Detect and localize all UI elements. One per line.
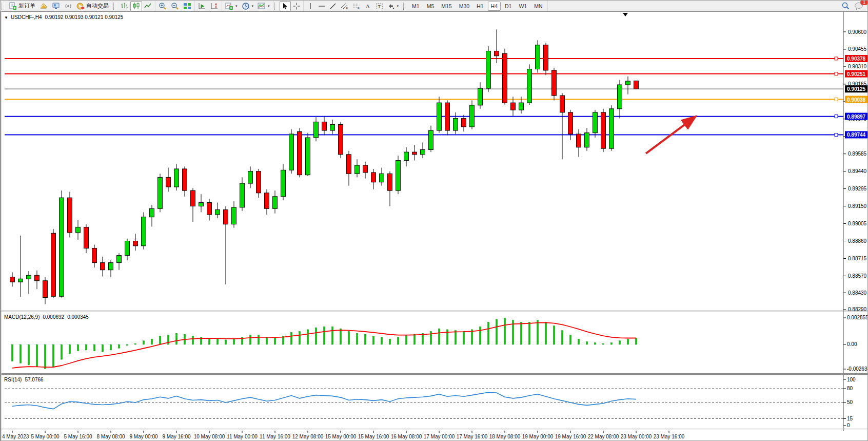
toolbar-drag-handle[interactable] bbox=[403, 3, 406, 10]
svg-text:9 May 00:00: 9 May 00:00 bbox=[129, 434, 157, 439]
timeframe-M5[interactable]: M5 bbox=[424, 2, 438, 11]
chat-button[interactable]: 1 bbox=[852, 1, 865, 11]
toolbar-group-objects: E F A T ▾ bbox=[304, 1, 403, 11]
new-order-button[interactable]: 新订单 bbox=[7, 1, 37, 11]
svg-text:17 May 16:00: 17 May 16:00 bbox=[457, 434, 488, 439]
autotrading-button[interactable]: 自动交易 bbox=[74, 1, 111, 11]
zoom-in-button[interactable] bbox=[156, 1, 169, 11]
gold-chart-icon bbox=[40, 2, 48, 10]
zoom-out-button[interactable] bbox=[169, 1, 181, 11]
fibonacci-button[interactable]: F bbox=[350, 1, 362, 11]
svg-text:16 May 08:00: 16 May 08:00 bbox=[391, 434, 422, 439]
timeframe-M30[interactable]: M30 bbox=[456, 2, 472, 11]
toolbar-drag-handle[interactable] bbox=[2, 3, 5, 10]
svg-text:15 May 00:00: 15 May 00:00 bbox=[325, 434, 357, 439]
indicators-button[interactable]: ▾ bbox=[223, 1, 240, 11]
svg-text:50: 50 bbox=[847, 399, 853, 405]
svg-text:4 May 2023: 4 May 2023 bbox=[2, 434, 29, 439]
cursor-button[interactable] bbox=[280, 1, 291, 11]
bar-chart-icon bbox=[121, 2, 128, 10]
equidistant-channel-button[interactable]: E bbox=[339, 1, 350, 11]
svg-text:22 May 08:00: 22 May 08:00 bbox=[588, 434, 619, 439]
svg-text:17 May 00:00: 17 May 00:00 bbox=[424, 434, 455, 439]
line-chart-button[interactable] bbox=[142, 1, 154, 11]
svg-text:A: A bbox=[366, 3, 370, 9]
svg-text:0.90455: 0.90455 bbox=[848, 46, 867, 52]
charts-button[interactable] bbox=[37, 1, 50, 11]
chevron-down-icon: ▾ bbox=[397, 4, 399, 8]
text-label-button[interactable]: T bbox=[373, 1, 385, 11]
svg-text:0.00: 0.00 bbox=[847, 341, 857, 347]
zoom-out-icon bbox=[171, 2, 179, 10]
svg-text:0.90600: 0.90600 bbox=[848, 29, 867, 35]
svg-text:0.90310: 0.90310 bbox=[848, 64, 867, 69]
svg-text:0.89744: 0.89744 bbox=[847, 132, 866, 138]
market-watch-button[interactable] bbox=[50, 1, 62, 11]
svg-text:T: T bbox=[378, 4, 381, 9]
svg-text:0.88715: 0.88715 bbox=[848, 256, 867, 261]
svg-text:0.90125: 0.90125 bbox=[847, 86, 866, 92]
svg-text:12 May 08:00: 12 May 08:00 bbox=[292, 434, 324, 439]
svg-text:5 May 16:00: 5 May 16:00 bbox=[64, 434, 92, 439]
cursor-icon bbox=[282, 3, 289, 10]
text-button[interactable]: A bbox=[362, 1, 373, 11]
svg-text:0: 0 bbox=[847, 423, 850, 428]
auto-scroll-button[interactable] bbox=[196, 1, 208, 11]
search-button[interactable] bbox=[839, 1, 852, 11]
svg-text:8 May 08:00: 8 May 08:00 bbox=[96, 434, 125, 439]
crosshair-button[interactable] bbox=[291, 1, 302, 11]
svg-text:0.89585: 0.89585 bbox=[848, 151, 867, 157]
text-icon: A bbox=[364, 3, 371, 10]
svg-text:100: 100 bbox=[847, 377, 856, 382]
timeframe-M1[interactable]: M1 bbox=[409, 2, 423, 11]
svg-text:23 May 00:00: 23 May 00:00 bbox=[621, 434, 652, 439]
bar-chart-button[interactable] bbox=[119, 1, 130, 11]
timeframe-H1[interactable]: H1 bbox=[474, 2, 486, 11]
svg-text:0.89440: 0.89440 bbox=[848, 168, 867, 174]
svg-text:15 May 16:00: 15 May 16:00 bbox=[358, 434, 389, 439]
svg-text:0.88290: 0.88290 bbox=[848, 306, 867, 312]
chevron-down-icon: ▾ bbox=[252, 4, 254, 8]
line-chart-icon bbox=[144, 2, 152, 10]
periods-button[interactable]: ▾ bbox=[240, 1, 256, 11]
crosshair-icon bbox=[293, 3, 300, 10]
svg-text:0.90251: 0.90251 bbox=[847, 71, 866, 77]
chart-shift-button[interactable] bbox=[208, 1, 221, 11]
timeframe-D1[interactable]: D1 bbox=[502, 2, 515, 11]
svg-text:15: 15 bbox=[847, 416, 853, 421]
trendline-button[interactable] bbox=[327, 1, 339, 11]
clock-icon bbox=[242, 2, 250, 10]
candlestick-chart-button[interactable] bbox=[130, 1, 142, 11]
tile-windows-button[interactable] bbox=[181, 1, 193, 11]
candlestick-chart-icon bbox=[132, 2, 140, 10]
channel-icon: E bbox=[341, 3, 348, 10]
templates-button[interactable]: ▾ bbox=[255, 1, 272, 11]
signals-button[interactable] bbox=[62, 1, 74, 11]
toolbar-drag-handle[interactable] bbox=[113, 3, 116, 10]
timeframe-M15[interactable]: M15 bbox=[438, 2, 455, 11]
svg-text:0.90378: 0.90378 bbox=[847, 56, 866, 62]
vertical-line-button[interactable] bbox=[305, 1, 316, 11]
toolbar-group-zoom bbox=[155, 1, 195, 11]
autotrading-icon bbox=[76, 2, 85, 10]
svg-text:0.88570: 0.88570 bbox=[848, 273, 867, 279]
toolbar-group-scroll bbox=[195, 1, 222, 11]
svg-text:19 May 00:00: 19 May 00:00 bbox=[522, 434, 554, 439]
monitor-person-icon bbox=[52, 2, 60, 10]
svg-text:0.88860: 0.88860 bbox=[848, 238, 867, 244]
template-icon bbox=[258, 2, 266, 10]
auto-scroll-icon bbox=[198, 2, 206, 10]
arrows-button[interactable]: ▾ bbox=[385, 1, 401, 11]
svg-text:19 May 16:00: 19 May 16:00 bbox=[555, 434, 586, 439]
svg-text:E: E bbox=[346, 7, 348, 10]
timeframe-H4[interactable]: H4 bbox=[488, 2, 501, 11]
timeframe-W1[interactable]: W1 bbox=[516, 2, 530, 11]
new-order-label: 新订单 bbox=[18, 2, 35, 10]
chart-plot-area[interactable]: 0.906000.904550.903100.901650.900200.898… bbox=[1, 11, 868, 441]
timeframe-MN[interactable]: MN bbox=[531, 2, 545, 11]
svg-text:0.89005: 0.89005 bbox=[848, 221, 867, 226]
timeframe-group: M1M5M15M30H1H4D1W1MN bbox=[407, 1, 547, 11]
chat-unread-badge: 1 bbox=[860, 0, 868, 5]
horizontal-line-button[interactable] bbox=[316, 1, 327, 11]
toolbar-drag-handle[interactable] bbox=[274, 3, 278, 10]
